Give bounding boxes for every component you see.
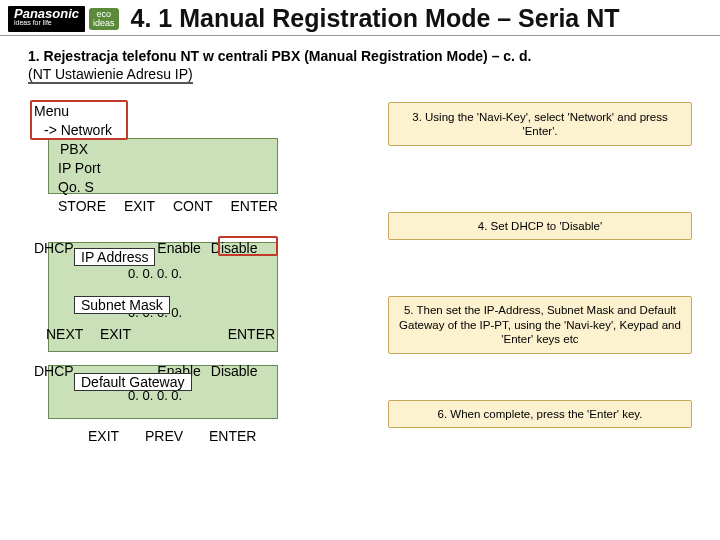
final-button-row: EXIT PREV ENTER [88,428,348,444]
enter3-button-label: ENTER [209,428,256,444]
store-button-label: STORE [58,198,106,214]
step-heading: 1. Rejestracja telefonu NT w centrali PB… [28,48,692,64]
eco-ideas-badge: eco ideas [89,8,119,30]
slide-header: Panasonic ideas for life eco ideas 4. 1 … [0,0,720,36]
prev-button-label: PREV [145,428,183,444]
callout-5: 5. Then set the IP-Address, Subnet Mask … [388,296,692,353]
callout-4: 4. Set DHCP to 'Disable' [388,212,692,240]
menu-line-qos: Qo. S [58,178,348,197]
step-subtitle: (NT Ustawienie Adresu IP) [28,66,193,84]
right-column: 3. Using the 'Navi-Key', select 'Network… [348,102,692,444]
cont-button-label: CONT [173,198,213,214]
disable2-label: Disable [211,363,258,379]
callout-6: 6. When complete, press the 'Enter' key. [388,400,692,428]
dhcp-label: DHCP [34,240,73,256]
enable-label: Enable [157,240,201,256]
left-column: Menu -> Network PBX IP Port Qo. S STORE … [28,102,348,444]
exit2-button-label: EXIT [100,324,160,344]
slide-title: 4. 1 Manual Registration Mode – Seria NT [131,4,712,33]
dhcp-ip-block: IP Address Subnet Mask DHCP Enable Disab… [28,238,348,344]
exit3-button-label: EXIT [88,428,119,444]
red-highlight-disable [218,236,278,256]
menu-button-row: STORE EXIT CONT ENTER [58,198,348,214]
ip-address-label: IP Address [74,248,155,266]
logo-block: Panasonic ideas for life eco ideas [8,6,119,32]
menu-block: Menu -> Network PBX IP Port Qo. S STORE … [28,102,348,214]
enter-button-label: ENTER [230,198,277,214]
callout-4-text: 4. Set DHCP to 'Disable' [478,220,602,232]
gateway-block: Default Gateway DHCP Enable Disable 0. 0… [28,361,348,406]
callout-3-text: 3. Using the 'Navi-Key', select 'Network… [399,110,681,139]
panasonic-logo: Panasonic ideas for life [8,6,85,32]
menu-line-pbx: PBX [60,140,348,159]
callout-3: 3. Using the 'Navi-Key', select 'Network… [388,102,692,146]
content-area: 1. Rejestracja telefonu NT w centrali PB… [0,36,720,444]
ip-address-value: 0. 0. 0. 0. [128,265,348,284]
default-gateway-label: Default Gateway [74,373,192,391]
callout-5-text: 5. Then set the IP-Address, Subnet Mask … [399,304,681,345]
red-highlight-network [30,100,128,140]
block2-button-row: NEXT EXIT ENTER [46,324,348,344]
dhcp2-label: DHCP [34,363,73,379]
subnet-mask-label: Subnet Mask [74,296,170,314]
enter2-button-label: ENTER [228,326,275,342]
eco-text-2: ideas [93,19,115,28]
exit-button-label: EXIT [124,198,155,214]
callout-6-text: 6. When complete, press the 'Enter' key. [438,408,643,420]
menu-line-ipport: IP Port [58,159,348,178]
main-layout: Menu -> Network PBX IP Port Qo. S STORE … [28,102,692,444]
next-button-label: NEXT [46,324,96,344]
